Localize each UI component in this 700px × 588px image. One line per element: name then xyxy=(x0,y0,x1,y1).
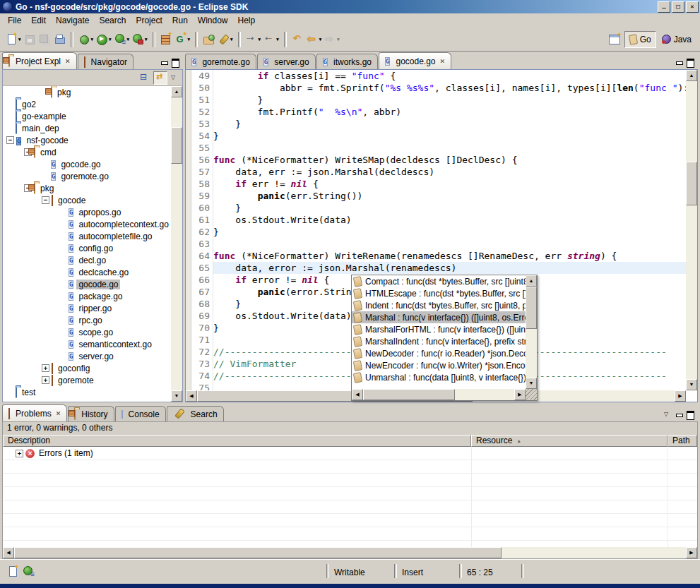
completion-item[interactable]: Unmarshal : func(data []uint8, v interfa… xyxy=(352,371,526,383)
dropdown-arrow-icon[interactable]: ▾ xyxy=(276,37,279,42)
scroll-left-icon[interactable]: ◀ xyxy=(352,389,363,400)
scroll-thumb[interactable] xyxy=(526,287,537,329)
popup-hscrollbar[interactable]: ◀ ▶ xyxy=(352,389,526,400)
tree-item-go2[interactable]: go2 xyxy=(3,98,171,110)
tree-item-goconfig[interactable]: +goconfig xyxy=(3,362,171,374)
scroll-up-icon[interactable]: ▲ xyxy=(171,86,182,97)
new-wizard-button[interactable]: ▾ xyxy=(4,31,23,48)
completion-item[interactable]: HTMLEscape : func(dst *bytes.Buffer, src… xyxy=(352,287,526,299)
tab-history[interactable]: History xyxy=(68,406,114,421)
scroll-left-icon[interactable]: ◀ xyxy=(3,547,14,558)
tree-item-goremote-go[interactable]: Ggoremote.go xyxy=(3,170,171,182)
minimize-pane-icon[interactable] xyxy=(675,411,684,419)
tree-item-semanticcontext-go[interactable]: Gsemanticcontext.go xyxy=(3,338,171,350)
open-resource-button[interactable] xyxy=(201,31,216,48)
new-go-file-button[interactable]: ▾ xyxy=(174,31,192,48)
view-menu-icon[interactable] xyxy=(170,74,179,82)
tree-item-nsf-gocode[interactable]: −Gnsf-gocode xyxy=(3,134,171,146)
open-perspective-icon[interactable] xyxy=(609,35,620,44)
tree-expander-icon[interactable]: − xyxy=(42,196,49,204)
tab-search[interactable]: Search xyxy=(167,406,224,421)
tree-item-config-go[interactable]: Gconfig.go xyxy=(3,242,171,254)
tree-item-autocompletecontext-go[interactable]: Gautocompletecontext.go xyxy=(3,218,171,230)
menu-edit[interactable]: Edit xyxy=(26,14,51,27)
tree-item-main-dep[interactable]: main_dep xyxy=(3,122,171,134)
tree-item-scope-go[interactable]: Gscope.go xyxy=(3,326,171,338)
column-header-description[interactable]: Description xyxy=(3,435,471,447)
problems-hscrollbar[interactable]: ◀ ▶ xyxy=(3,547,697,558)
print-button[interactable] xyxy=(52,31,67,48)
editor-vscrollbar[interactable]: ▲ ▼ xyxy=(686,70,697,390)
scroll-up-icon[interactable]: ▲ xyxy=(526,275,537,287)
menu-run[interactable]: Run xyxy=(167,14,193,27)
run-button[interactable]: ▾ xyxy=(95,31,113,48)
forward-button[interactable]: ▾ xyxy=(323,31,341,48)
tree-item-gocode-go[interactable]: Ggocode.go xyxy=(3,278,171,290)
tree-item-package-go[interactable]: Gpackage.go xyxy=(3,290,171,302)
scroll-left-icon[interactable]: ◀ xyxy=(186,390,197,402)
next-annotation-button[interactable]: ▾ xyxy=(244,31,263,48)
completion-item[interactable]: Marshal : func(v interface{}) ([]uint8, … xyxy=(352,311,526,323)
close-tab-icon[interactable]: ✕ xyxy=(56,410,61,417)
column-header-resource[interactable]: Resource▲ xyxy=(471,435,668,447)
menu-window[interactable]: Window xyxy=(193,14,233,27)
tree-expander-icon[interactable]: − xyxy=(6,136,14,144)
annotation-ruler[interactable] xyxy=(186,70,191,390)
tab-project-expl[interactable]: Project Expl✕ xyxy=(2,52,77,69)
editor-tab-goremote-go[interactable]: Ggoremote.go xyxy=(185,54,256,69)
row-expander-icon[interactable]: + xyxy=(16,450,23,457)
prev-annotation-button[interactable]: ▾ xyxy=(262,31,280,48)
last-edit-location-button[interactable] xyxy=(290,31,305,48)
scroll-thumb[interactable] xyxy=(363,389,455,400)
scroll-up-icon[interactable]: ▲ xyxy=(686,70,697,81)
editor-tab-itworks-go[interactable]: Gitworks.go xyxy=(316,54,378,69)
close-tab-icon[interactable]: ✕ xyxy=(440,58,446,65)
completion-item[interactable]: NewEncoder : func(w io.Writer) *json.Enc… xyxy=(352,359,526,371)
run-external-button[interactable]: ▾ xyxy=(131,31,149,48)
mark-occurrences-icon[interactable] xyxy=(23,565,35,577)
completion-item[interactable]: MarshalIndent : func(v interface{}, pref… xyxy=(352,335,526,347)
tree-item-rpc-go[interactable]: Grpc.go xyxy=(3,314,171,326)
tab-problems[interactable]: Problems✕ xyxy=(2,404,67,421)
tree-item-server-go[interactable]: Gserver.go xyxy=(3,350,171,362)
tree-item-declcache-go[interactable]: Gdeclcache.go xyxy=(3,266,171,278)
dropdown-arrow-icon[interactable]: ▾ xyxy=(337,37,340,42)
editor-tab-server-go[interactable]: Gserver.go xyxy=(257,54,316,69)
perspective-java[interactable]: Java xyxy=(658,32,696,47)
maximize-pane-icon[interactable] xyxy=(171,59,180,66)
tree-item-apropos-go[interactable]: Gapropos.go xyxy=(3,206,171,218)
scroll-down-icon[interactable]: ▼ xyxy=(526,378,537,389)
menu-search[interactable]: Search xyxy=(94,14,131,27)
tree-item-ripper-go[interactable]: Gripper.go xyxy=(3,302,171,314)
editor-tab-gocode-go[interactable]: Ggocode.go✕ xyxy=(379,52,451,69)
save-all-button[interactable] xyxy=(37,31,52,48)
minimize-pane-icon[interactable] xyxy=(675,59,684,66)
perspective-go[interactable]: Go xyxy=(624,31,656,48)
tree-item-pkg[interactable]: pkg xyxy=(3,86,171,98)
menu-project[interactable]: Project xyxy=(131,14,167,27)
tree-item-go-example[interactable]: go-example xyxy=(3,110,171,122)
close-tab-icon[interactable]: ✕ xyxy=(65,58,71,65)
maximize-pane-icon[interactable] xyxy=(686,411,695,419)
link-with-editor-icon[interactable] xyxy=(153,71,167,85)
completion-item[interactable]: Indent : func(dst *bytes.Buffer, src []u… xyxy=(352,299,526,311)
dropdown-arrow-icon[interactable]: ▾ xyxy=(91,37,94,42)
dropdown-arrow-icon[interactable]: ▾ xyxy=(145,37,148,42)
scroll-thumb[interactable] xyxy=(171,127,182,164)
close-button[interactable] xyxy=(686,1,699,13)
dropdown-arrow-icon[interactable]: ▾ xyxy=(127,37,130,42)
tree-item-autocompletefile-go[interactable]: Gautocompletefile.go xyxy=(3,230,171,242)
debug-button[interactable]: ▾ xyxy=(77,31,95,48)
tree-item-test[interactable]: test xyxy=(3,386,171,398)
dropdown-arrow-icon[interactable]: ▾ xyxy=(109,37,112,42)
title-bar[interactable]: Go - nsf-gocode/src/pkg/gocode/gocode.go… xyxy=(0,0,700,13)
scroll-right-icon[interactable]: ▶ xyxy=(675,390,686,402)
collapse-all-icon[interactable] xyxy=(138,72,150,84)
column-header-path[interactable]: Path xyxy=(668,435,697,447)
tree-item-decl-go[interactable]: Gdecl.go xyxy=(3,254,171,266)
tree-scrollbar[interactable]: ▲ ▼ xyxy=(171,86,182,402)
dropdown-arrow-icon[interactable]: ▾ xyxy=(230,37,233,42)
menu-help[interactable]: Help xyxy=(233,14,261,27)
save-button[interactable] xyxy=(23,31,37,48)
maximize-pane-icon[interactable] xyxy=(686,59,695,66)
